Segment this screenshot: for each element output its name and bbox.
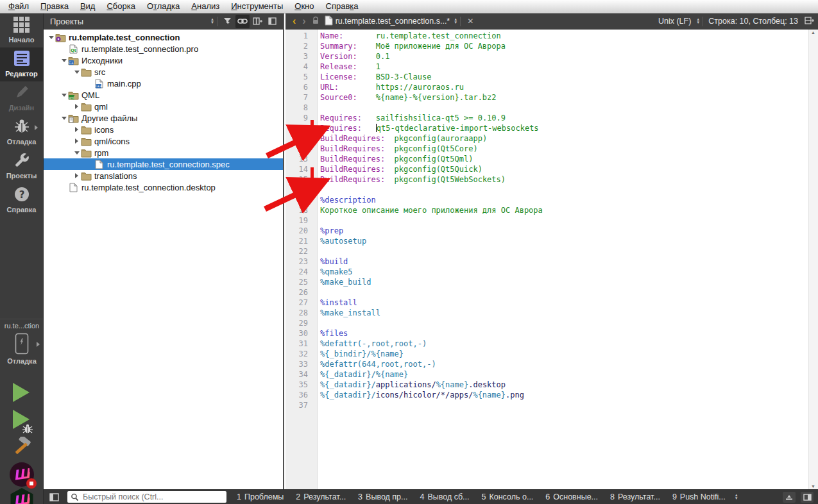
toggle-left-sidebar-icon[interactable] [49,492,60,502]
mode-bug[interactable]: Отладка [0,115,43,149]
menu-вид[interactable]: Вид [74,0,101,13]
output-tab-1[interactable]: 1Проблемы [237,492,284,501]
panel-selector-arrows-icon[interactable]: ▲▼ [210,18,214,24]
output-tab-2[interactable]: 2Результат... [296,492,346,501]
editor-line-23[interactable]: 23%build [285,256,809,267]
tree-folder-rpm[interactable]: rpm [44,147,283,158]
output-tab-4[interactable]: 4Вывод сб... [420,492,469,501]
open-document-name[interactable]: ru.template.test_connection.s...* [336,17,450,26]
editor-line-10[interactable]: 10Requires: qt5-qtdeclarative-import-web… [285,123,809,133]
tree-expander-icon[interactable] [73,127,80,132]
editor-line-31[interactable]: 31%defattr(-,root,root,-) [285,339,809,349]
editor-line-9[interactable]: 9Requires: sailfishsilica-qt5 >= 0.10.9 [285,113,809,123]
menu-окно[interactable]: Окно [289,0,320,13]
kit-selector-button[interactable] [9,332,35,358]
editor-line-1[interactable]: 1Name: ru.template.test_connection [285,31,809,41]
editor-line-35[interactable]: 35%{_datadir}/applications/%{name}.deskt… [285,380,809,390]
code-editor[interactable]: 1Name: ru.template.test_connection2Summa… [285,29,818,489]
tree-folder-qml/icons[interactable]: qml/icons [44,135,283,147]
tree-folder-translations[interactable]: translations [44,170,283,181]
editor-line-17[interactable]: 17%description [285,195,809,205]
panel-title[interactable]: Проекты [50,17,210,26]
mode-flyout-arrow-icon[interactable] [35,125,38,130]
editor-line-19[interactable]: 19 [285,215,809,226]
tree-file-main.cpp[interactable]: C++main.cpp [44,78,283,89]
tree-expander-icon[interactable] [60,117,67,120]
run-button[interactable] [13,383,30,402]
build-hammer-button[interactable] [10,437,33,462]
line-ending-arrows-icon[interactable]: ▲▼ [696,18,700,24]
tree-expander-icon[interactable] [60,94,67,97]
mode-grid[interactable]: Начало [0,13,43,47]
editor-scrollbar[interactable]: ▲ ▼ [808,29,818,489]
menu-файл[interactable]: Файл [3,0,35,13]
maximize-output-icon[interactable] [783,492,796,503]
close-document-icon[interactable]: ✕ [463,17,477,26]
tree-expander-icon[interactable] [73,173,80,178]
tree-folder-QML[interactable]: qmlQML [44,89,283,101]
sync-with-editor-icon[interactable] [235,15,250,28]
close-sidebar-icon[interactable] [265,15,279,28]
tree-file-ru.template.test_connection.desktop[interactable]: ru.template.test_connection.desktop [44,181,283,193]
output-tab-3[interactable]: 3Вывод пр... [358,492,407,501]
mode-editor[interactable]: Редактор [0,47,43,81]
scroll-down-icon[interactable]: ▼ [811,484,815,489]
editor-line-6[interactable]: 6URL: https://auroraos.ru [285,82,809,92]
output-pane-arrows-icon[interactable]: ▲▼ [735,494,738,500]
tree-folder-src[interactable]: src [44,66,283,78]
editor-line-36[interactable]: 36%{_datadir}/icons/hicolor/*/apps/%{nam… [285,390,809,400]
tree-folder-icons[interactable]: icons [44,124,283,135]
output-tab-6[interactable]: 6Основные... [545,492,598,501]
editor-line-14[interactable]: 14BuildRequires: pkgconfig(Qt5Quick) [285,164,809,174]
editor-line-3[interactable]: 3Version: 0.1 [285,51,809,62]
menu-инструменты[interactable]: Инструменты [225,0,289,13]
mode-help[interactable]: ?Справка [0,183,43,217]
aurora-emulator-stop[interactable]: Ш [10,462,34,487]
editor-line-15[interactable]: 15BuildRequires: pkgconfig(Qt5WebSockets… [285,174,809,185]
editor-line-29[interactable]: 29 [285,318,809,328]
tree-expander-icon[interactable] [73,139,80,144]
menu-справка[interactable]: Справка [320,0,364,13]
editor-line-21[interactable]: 21%autosetup [285,236,809,246]
tree-expander-icon[interactable] [73,71,80,74]
filter-icon[interactable] [221,15,235,28]
split-editor-icon[interactable] [805,17,814,26]
editor-line-26[interactable]: 26 [285,287,809,298]
editor-line-2[interactable]: 2Summary: Моё приложение для ОС Аврора [285,41,809,51]
editor-line-30[interactable]: 30%files [285,328,809,339]
quick-search-box[interactable] [67,491,226,503]
editor-line-12[interactable]: 12BuildRequires: pkgconfig(Qt5Core) [285,144,809,154]
editor-line-8[interactable]: 8 [285,103,809,113]
editor-line-11[interactable]: 11BuildRequires: pkgconfig(auroraapp) [285,133,809,144]
editor-line-28[interactable]: 28%make_install [285,308,809,318]
editor-line-20[interactable]: 20%prep [285,226,809,236]
editor-line-32[interactable]: 32%{_bindir}/%{name} [285,349,809,359]
editor-line-27[interactable]: 27%install [285,298,809,308]
menu-сборка[interactable]: Сборка [101,0,141,13]
mode-wrench[interactable]: Проекты [0,149,43,183]
line-ending-select[interactable]: Unix (LF) [658,17,691,26]
tree-folder-Другие файлы[interactable]: Другие файлы [44,112,283,124]
editor-line-37[interactable]: 37 [285,400,809,410]
output-tab-9[interactable]: 9Push Notifi... [672,492,726,501]
tree-file-ru.template.test_connection.spec[interactable]: ru.template.test_connection.spec [44,158,283,170]
document-selector-arrows-icon[interactable]: ▲▼ [454,18,457,24]
editor-line-5[interactable]: 5License: BSD-3-Clause [285,72,809,82]
tree-file-ru.template.test_connection.pro[interactable]: Qtru.template.test_connection.pro [44,43,283,55]
toggle-right-sidebar-icon[interactable] [801,492,814,503]
tree-expander-icon[interactable] [60,59,67,62]
editor-line-7[interactable]: 7Source0: %{name}-%{version}.tar.bz2 [285,92,809,103]
tree-folder-qml[interactable]: qml [44,101,283,112]
editor-line-4[interactable]: 4Release: 1 [285,62,809,72]
editor-line-33[interactable]: 33%defattr(644,root,root,-) [285,359,809,369]
editor-line-25[interactable]: 25%make_build [285,277,809,287]
scroll-up-icon[interactable]: ▲ [811,30,815,35]
editor-line-24[interactable]: 24%qmake5 [285,267,809,277]
menu-отладка[interactable]: Отладка [141,0,185,13]
editor-line-18[interactable]: 18Короткое описание моего приложения для… [285,205,809,215]
tree-expander-icon[interactable] [73,151,80,155]
output-tab-8[interactable]: 8Результат... [610,492,660,501]
menu-правка[interactable]: Правка [35,0,74,13]
output-tab-5[interactable]: 5Консоль о... [482,492,534,501]
editor-line-22[interactable]: 22 [285,246,809,256]
